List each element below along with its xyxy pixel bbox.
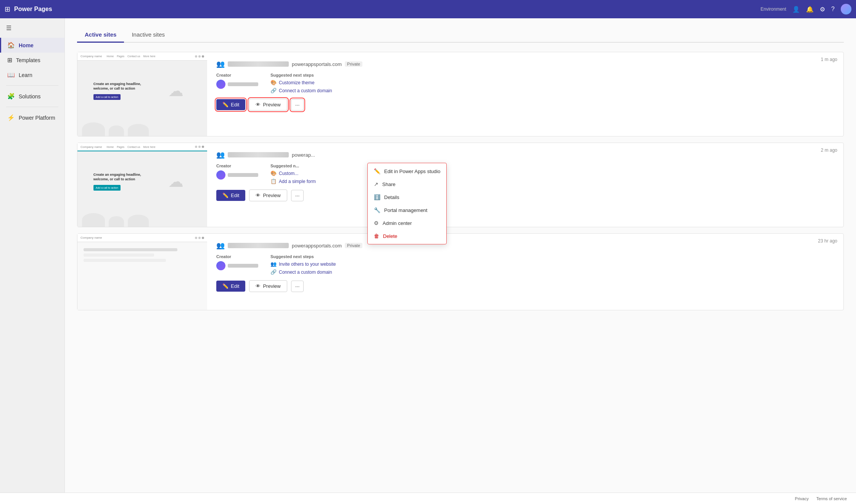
dropdown-edit-studio[interactable]: ✏️ Edit in Power Apps studio [368, 165, 446, 178]
next-step-3a[interactable]: 👥 Invite others to your website [270, 261, 336, 267]
site-name-row-3: 👥 powerappsportals.com Private [216, 241, 834, 250]
site-url-2: powerap... [292, 152, 315, 158]
preview-cloud: ☁ [161, 77, 191, 104]
dropdown-share-label: Share [382, 181, 396, 187]
sidebar: ☰ 🏠 Home ⊞ Templates 📖 Learn 🧩 Solutions… [0, 18, 65, 493]
hamburger-icon[interactable]: ☰ [0, 21, 64, 38]
site-name-row-1: 👥 powerappsportals.com Private [216, 60, 834, 68]
preview-dots-2 [195, 146, 204, 148]
share-icon: ↗ [374, 181, 378, 187]
admin-center-icon: ⚙ [374, 220, 379, 226]
creator-name-2 [228, 173, 258, 177]
person-icon[interactable]: 👤 [792, 6, 800, 13]
theme-icon: 🎨 [270, 80, 277, 85]
tab-active-sites[interactable]: Active sites [77, 27, 124, 43]
sidebar-item-label: Solutions [19, 93, 41, 100]
creator-label-1: Creator [216, 73, 258, 77]
more-button-2[interactable]: ··· [291, 190, 304, 201]
site-name-blurred-3 [228, 243, 289, 248]
site-name-row-2: 👥 powerap... [216, 151, 834, 159]
preview-logo-2: Company name [80, 145, 102, 149]
site-badge-1: Private [345, 61, 362, 67]
preview-button-1[interactable]: 👁 Preview [249, 99, 287, 111]
grid-icon[interactable]: ⊞ [5, 5, 10, 13]
tab-inactive-sites[interactable]: Inactive sites [124, 27, 172, 43]
next-step-theme-1[interactable]: 🎨 Customize theme [270, 80, 332, 85]
dropdown-delete[interactable]: 🗑 Delete [368, 230, 446, 242]
sidebar-item-power-platform[interactable]: ⚡ Power Platform [0, 110, 64, 125]
creator-col-2: Creator [216, 164, 258, 184]
templates-icon: ⊞ [7, 56, 12, 64]
next-step-label-2: Connect a custom domain [279, 88, 332, 93]
preview-nav: HomePagesContact usMore here [106, 55, 155, 58]
users-icon-1: 👥 [216, 60, 225, 68]
app-title: Power Pages [14, 6, 757, 13]
preview-button-3[interactable]: 👁 Preview [249, 280, 287, 292]
dropdown-admin-center[interactable]: ⚙ Admin center [368, 217, 446, 230]
delete-icon: 🗑 [374, 233, 379, 239]
dropdown-details[interactable]: ℹ️ Details [368, 191, 446, 204]
dropdown-share[interactable]: ↗ Share [368, 178, 446, 191]
more-button-3[interactable]: ··· [291, 281, 304, 292]
sidebar-item-label: Power Platform [19, 115, 55, 121]
sidebar-item-home[interactable]: 🏠 Home [0, 38, 64, 53]
topbar: ⊞ Power Pages Environment 👤 🔔 ⚙ ? [0, 0, 856, 18]
preview-icon-2: 👁 [256, 193, 261, 198]
learn-icon: 📖 [7, 71, 15, 79]
preview-dots [195, 55, 204, 58]
settings-icon[interactable]: ⚙ [820, 6, 825, 13]
next-steps-label-3: Suggested next steps [270, 254, 336, 259]
next-steps-1: 🎨 Customize theme 🔗 Connect a custom dom… [270, 80, 332, 93]
creator-avatar-1 [216, 80, 225, 89]
dropdown-portal-mgmt[interactable]: 🔧 Portal management [368, 204, 446, 217]
creator-avatar-3 [216, 261, 225, 270]
theme-icon-2: 🎨 [270, 170, 277, 176]
solutions-icon: 🧩 [7, 93, 15, 100]
creator-name-1 [228, 82, 258, 86]
sidebar-item-label: Home [19, 42, 34, 48]
creator-col-3: Creator [216, 254, 258, 275]
edit-button-3[interactable]: ✏️ Edit [216, 281, 245, 292]
edit-icon-1: ✏️ [222, 102, 228, 108]
next-step-3b[interactable]: 🔗 Connect a custom domain [270, 269, 336, 275]
preview-text: Create an engaging headline,welcome, or … [93, 82, 141, 100]
environment-label: Environment [761, 6, 786, 12]
next-steps-2: 🎨 Custom... 📋 Add a simple form [270, 170, 316, 184]
tos-link[interactable]: Terms of service [816, 496, 847, 501]
sidebar-item-learn[interactable]: 📖 Learn [0, 67, 64, 82]
site-timestamp-2: 2 m ago [821, 148, 837, 153]
dropdown-menu: ✏️ Edit in Power Apps studio ↗ Share ℹ️ … [367, 163, 447, 244]
next-steps-3: 👥 Invite others to your website 🔗 Connec… [270, 261, 336, 275]
sidebar-item-label: Learn [19, 72, 32, 78]
dropdown-details-label: Details [384, 194, 399, 200]
creator-avatar-2 [216, 170, 225, 180]
site-card-info-1: 1 m ago 👥 powerappsportals.com Private C… [207, 52, 843, 136]
users-icon-2: 👥 [216, 151, 225, 159]
edit-button-1[interactable]: ✏️ Edit [216, 99, 245, 110]
preview-button-2[interactable]: 👁 Preview [249, 189, 287, 201]
site-meta-row-2: Creator Suggested n... 🎨 Custom... [216, 164, 834, 184]
preview-cta: Add a call to action [93, 94, 121, 100]
site-timestamp-1: 1 m ago [821, 57, 837, 62]
dropdown-edit-studio-label: Edit in Power Apps studio [384, 169, 440, 174]
site-actions-2: ✏️ Edit 👁 Preview ··· [216, 189, 834, 201]
site-card-2: Company name HomePagesContact usMore her… [77, 143, 844, 227]
next-step-2a[interactable]: 🎨 Custom... [270, 170, 316, 176]
next-step-domain-1[interactable]: 🔗 Connect a custom domain [270, 88, 332, 93]
help-icon[interactable]: ? [831, 6, 835, 13]
site-card-3: Company name 23 hr ago [77, 233, 844, 310]
privacy-link[interactable]: Privacy [795, 496, 809, 501]
notifications-icon[interactable]: 🔔 [806, 6, 814, 13]
edit-button-2[interactable]: ✏️ Edit [216, 190, 245, 201]
edit-icon-3: ✏️ [222, 283, 228, 289]
sidebar-item-solutions[interactable]: 🧩 Solutions [0, 89, 64, 104]
next-step-2b[interactable]: 📋 Add a simple form [270, 178, 316, 184]
site-card-info-2: 2 m ago 👥 powerap... Creator [207, 143, 843, 227]
domain-icon-3: 🔗 [270, 269, 277, 275]
tabs: Active sites Inactive sites [77, 27, 844, 43]
sidebar-item-templates[interactable]: ⊞ Templates [0, 53, 64, 67]
home-icon: 🏠 [7, 42, 15, 49]
more-button-1[interactable]: ··· [291, 99, 304, 111]
power-platform-icon: ⚡ [7, 114, 15, 121]
avatar[interactable] [841, 4, 851, 14]
